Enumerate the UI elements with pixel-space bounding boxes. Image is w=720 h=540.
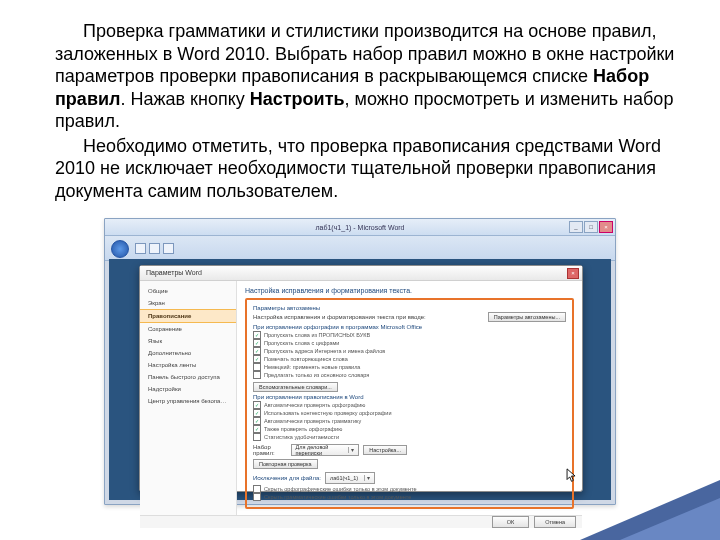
- checkbox[interactable]: [253, 371, 261, 379]
- checkbox-row: Скрыть грамматические ошибки только в эт…: [253, 493, 566, 501]
- checkbox-label: Автоматически проверять грамматику: [264, 417, 361, 425]
- word-titlebar: лаб1(ч1_1) - Microsoft Word _ □ ×: [105, 219, 615, 236]
- word-options-dialog: Параметры Word × ОбщиеЭкранПравописаниеС…: [139, 265, 583, 492]
- checkbox-label: Автоматически проверять орфографию: [264, 401, 365, 409]
- word-title: лаб1(ч1_1) - Microsoft Word: [105, 224, 615, 231]
- checkbox-row: Скрыть орфографические ошибки только в э…: [253, 485, 566, 493]
- exceptions-file-value: лаб1(ч1_1): [328, 475, 364, 481]
- ruleset-dropdown[interactable]: Для деловой переписки ▾: [291, 444, 360, 456]
- p1-mid: . Нажав кнопку: [120, 89, 249, 109]
- checkbox[interactable]: ✓: [253, 417, 261, 425]
- office-spelling-section-title: При исправлении орфографии в программах …: [253, 324, 566, 330]
- checkbox[interactable]: ✓: [253, 401, 261, 409]
- dialog-title: Параметры Word ×: [140, 266, 582, 281]
- checkbox-label: Пропускать слова из ПРОПИСНЫХ БУКВ: [264, 331, 370, 339]
- checkbox-label: Использовать контекстную проверку орфогр…: [264, 409, 392, 417]
- checkbox-row: Предлагать только из основного словаря: [253, 371, 566, 379]
- sidebar-item[interactable]: Настройка ленты: [140, 359, 236, 371]
- checkbox-label: Помечать повторяющиеся слова: [264, 355, 348, 363]
- ruleset-label: Набор правил:: [253, 444, 287, 456]
- checkbox[interactable]: [253, 433, 261, 441]
- dialog-footer: ОК Отмена: [140, 515, 582, 528]
- checkbox[interactable]: [253, 485, 261, 493]
- checkbox-row: ✓Использовать контекстную проверку орфог…: [253, 409, 566, 417]
- checkbox-label: Скрыть грамматические ошибки только в эт…: [264, 493, 411, 501]
- ok-button[interactable]: ОК: [492, 516, 529, 528]
- cancel-button[interactable]: Отмена: [534, 516, 576, 528]
- checkbox-row: ✓Пропускать слова из ПРОПИСНЫХ БУКВ: [253, 331, 566, 339]
- ruleset-settings-button[interactable]: Настройка...: [363, 445, 407, 455]
- autocorrect-options-button[interactable]: Параметры автозамены...: [488, 312, 566, 322]
- checkbox-row: Немецкий: применять новые правила: [253, 363, 566, 371]
- maximize-button[interactable]: □: [584, 221, 598, 233]
- word-document-area: Параметры Word × ОбщиеЭкранПравописаниеС…: [109, 259, 611, 500]
- quick-access-toolbar: [135, 243, 174, 254]
- autocorrect-desc: Настройка исправления и форматирования т…: [253, 314, 426, 320]
- checkbox[interactable]: [253, 363, 261, 371]
- checkbox[interactable]: ✓: [253, 347, 261, 355]
- checkbox-row: ✓Автоматически проверять грамматику: [253, 417, 566, 425]
- checkbox[interactable]: [253, 493, 261, 501]
- word-window: лаб1(ч1_1) - Microsoft Word _ □ × Параме…: [104, 218, 616, 505]
- proofing-options-box: Параметры автозамены Настройка исправлен…: [245, 298, 574, 509]
- ruleset-value: Для деловой переписки: [294, 444, 349, 456]
- close-button[interactable]: ×: [599, 221, 613, 233]
- chevron-down-icon: ▾: [364, 475, 372, 481]
- checkbox-row: ✓Автоматически проверять орфографию: [253, 401, 566, 409]
- qat-icon[interactable]: [135, 243, 146, 254]
- office-orb-icon[interactable]: [111, 240, 129, 258]
- checkbox-label: Немецкий: применять новые правила: [264, 363, 360, 371]
- qat-icon[interactable]: [163, 243, 174, 254]
- sidebar-item[interactable]: Общие: [140, 285, 236, 297]
- checkbox[interactable]: ✓: [253, 331, 261, 339]
- checkbox-label: Также проверять орфографию: [264, 425, 342, 433]
- exceptions-title: Исключения для файла:: [253, 475, 321, 481]
- checkbox-row: ✓Пропускать слова с цифрами: [253, 339, 566, 347]
- paragraph-1: Проверка грамматики и стилистики произво…: [55, 20, 680, 133]
- sidebar-item[interactable]: Центр управления безопасностью: [140, 395, 236, 407]
- checkbox[interactable]: ✓: [253, 339, 261, 347]
- dialog-title-text: Параметры Word: [146, 269, 202, 276]
- checkbox-label: Пропускать адреса Интернета и имена файл…: [264, 347, 385, 355]
- chevron-down-icon: ▾: [348, 447, 356, 453]
- checkbox-label: Предлагать только из основного словаря: [264, 371, 369, 379]
- exceptions-checks: Скрыть орфографические ошибки только в э…: [253, 485, 566, 501]
- explanatory-text: Проверка грамматики и стилистики произво…: [0, 0, 720, 214]
- checkbox-label: Скрыть орфографические ошибки только в э…: [264, 485, 416, 493]
- recheck-button[interactable]: Повторная проверка: [253, 459, 318, 469]
- paragraph-2: Необходимо отметить, что проверка правоп…: [55, 135, 680, 203]
- dialog-heading: Настройка исправления и форматирования т…: [245, 287, 574, 294]
- slide-decoration: [620, 498, 720, 540]
- sidebar-item[interactable]: Правописание: [140, 309, 236, 323]
- p1-pre: Проверка грамматики и стилистики произво…: [55, 21, 674, 86]
- checkbox-row: ✓Помечать повторяющиеся слова: [253, 355, 566, 363]
- dialog-close-button[interactable]: ×: [567, 268, 579, 279]
- checkbox-label: Пропускать слова с цифрами: [264, 339, 339, 347]
- sidebar-item[interactable]: Экран: [140, 297, 236, 309]
- minimize-button[interactable]: _: [569, 221, 583, 233]
- checkbox-row: Статистика удобочитаемости: [253, 433, 566, 441]
- sidebar-item[interactable]: Язык: [140, 335, 236, 347]
- sidebar-item[interactable]: Сохранение: [140, 323, 236, 335]
- autocorrect-section-title: Параметры автозамены: [253, 305, 566, 311]
- office-spelling-checks: ✓Пропускать слова из ПРОПИСНЫХ БУКВ✓Проп…: [253, 331, 566, 379]
- dialog-sidebar: ОбщиеЭкранПравописаниеСохранениеЯзыкДопо…: [140, 281, 237, 515]
- custom-dictionaries-button[interactable]: Вспомогательные словари...: [253, 382, 338, 392]
- checkbox-row: ✓Также проверять орфографию: [253, 425, 566, 433]
- p1-bold-settings: Настроить: [250, 89, 345, 109]
- dialog-main: Настройка исправления и форматирования т…: [237, 281, 582, 515]
- sidebar-item[interactable]: Дополнительно: [140, 347, 236, 359]
- checkbox-row: ✓Пропускать адреса Интернета и имена фай…: [253, 347, 566, 355]
- sidebar-item[interactable]: Панель быстрого доступа: [140, 371, 236, 383]
- exceptions-file-dropdown[interactable]: лаб1(ч1_1) ▾: [325, 472, 375, 484]
- word-spelling-checks: ✓Автоматически проверять орфографию✓Испо…: [253, 401, 566, 441]
- checkbox-label: Статистика удобочитаемости: [264, 433, 339, 441]
- sidebar-item[interactable]: Надстройки: [140, 383, 236, 395]
- checkbox[interactable]: ✓: [253, 355, 261, 363]
- qat-icon[interactable]: [149, 243, 160, 254]
- word-spelling-section-title: При исправлении правописания в Word: [253, 394, 566, 400]
- checkbox[interactable]: ✓: [253, 425, 261, 433]
- checkbox[interactable]: ✓: [253, 409, 261, 417]
- word-ribbon: [105, 236, 615, 261]
